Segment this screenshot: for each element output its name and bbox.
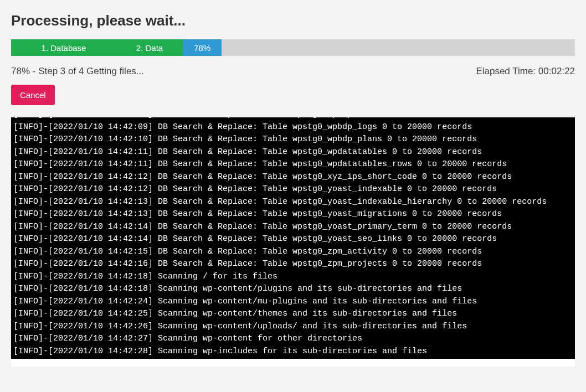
cancel-button[interactable]: Cancel: [11, 85, 55, 105]
progress-percent: 78%: [183, 39, 222, 56]
progress-step-database: 1. Database: [11, 39, 116, 56]
progress-step-data: 2. Data: [116, 39, 183, 56]
log-scroll-area[interactable]: [INFO]-[2022/01/10 14:42:08] DB Search &…: [11, 117, 575, 367]
elapsed-time: Elapsed Time: 00:02:22: [476, 66, 575, 77]
progress-dialog: Processing, please wait... 1. Database 2…: [0, 0, 586, 378]
log-output: [INFO]-[2022/01/10 14:42:08] DB Search &…: [11, 117, 575, 359]
status-row: 78% - Step 3 of 4 Getting files... Elaps…: [11, 66, 575, 77]
progress-bar: 1. Database 2. Data 78%: [11, 39, 575, 56]
progress-remaining: [222, 39, 575, 56]
dialog-title: Processing, please wait...: [11, 12, 575, 29]
status-text: 78% - Step 3 of 4 Getting files...: [11, 66, 144, 77]
